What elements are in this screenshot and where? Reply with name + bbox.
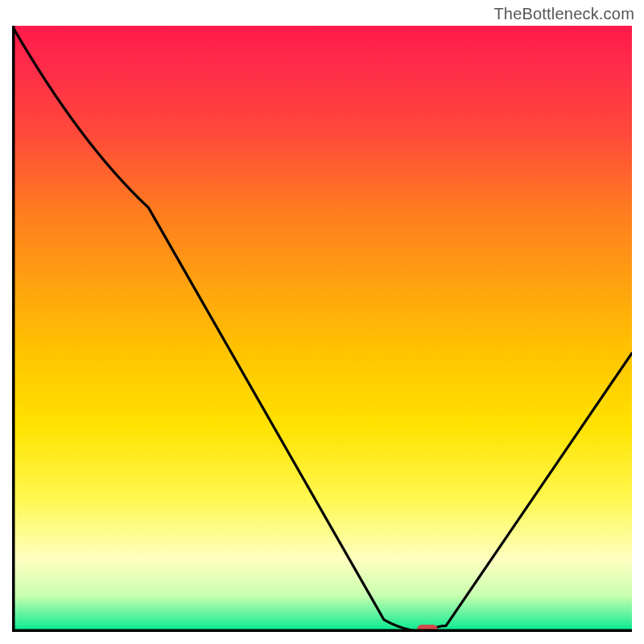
watermark-label: TheBottleneck.com <box>493 5 634 23</box>
chart-container: TheBottleneck.com <box>0 0 644 644</box>
bottleneck-curve <box>12 26 632 632</box>
curve-svg <box>12 26 632 632</box>
plot-area <box>12 26 632 632</box>
min-marker <box>417 625 438 632</box>
